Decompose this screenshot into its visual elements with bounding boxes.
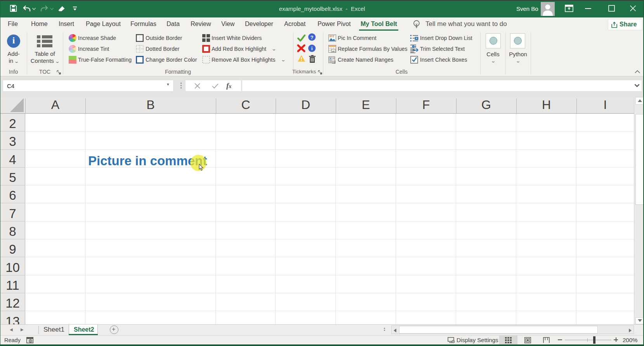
svg-text:XYZ: XYZ <box>330 35 335 38</box>
svg-text:ab: ab <box>332 50 335 52</box>
